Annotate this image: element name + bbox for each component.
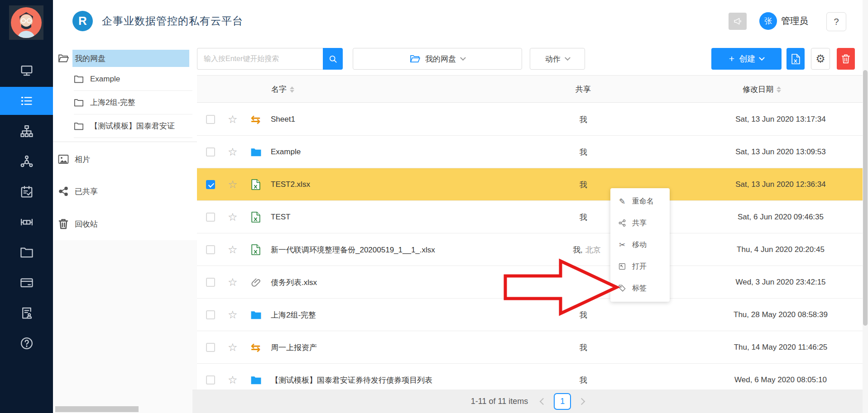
table-row-selected[interactable]: TEST2.xlsx 我 Sat, 13 Jun 2020 12:36:34 — [197, 168, 863, 201]
nav-item-my-drive[interactable]: 我的网盘 — [58, 50, 106, 67]
star-icon[interactable] — [228, 136, 238, 168]
column-header-modified[interactable]: 修改日期 — [743, 76, 781, 103]
previous-page-button[interactable] — [540, 398, 547, 405]
file-name[interactable]: Sheet1 — [271, 103, 295, 136]
table-row[interactable]: 周一上报资产 我 Thu, 14 May 2020 11:46:25 — [197, 331, 863, 364]
excel-file-icon — [249, 233, 262, 266]
sidebar-item-film[interactable] — [0, 208, 53, 236]
file-name[interactable]: 上海2组-完整 — [271, 299, 316, 331]
modified-date: Thu, 14 May 2020 11:46:25 — [726, 331, 835, 364]
nav-item-folder[interactable]: 上海2组-完整 — [74, 91, 192, 114]
sort-icon[interactable] — [777, 86, 781, 93]
column-header-name[interactable]: 名字 — [271, 76, 294, 103]
location-select[interactable]: 我的网盘 — [353, 48, 522, 70]
sidebar-item-stamp[interactable] — [0, 299, 53, 327]
nav-trash-label: 回收站 — [75, 219, 98, 229]
delete-button[interactable] — [837, 48, 855, 70]
actions-select[interactable]: 动作 — [530, 48, 585, 70]
star-icon[interactable] — [228, 331, 238, 364]
row-checkbox[interactable] — [206, 245, 215, 254]
table-row[interactable]: Sheet1 我 Sat, 13 Jun 2020 13:17:34 — [197, 103, 863, 136]
current-page-button[interactable]: 1 — [554, 393, 571, 410]
user-badge[interactable]: 张 — [759, 12, 777, 30]
star-icon[interactable] — [228, 103, 238, 136]
vertical-scrollbar[interactable] — [863, 70, 868, 326]
row-checkbox[interactable] — [206, 278, 215, 287]
nav-item-folder[interactable]: Example — [74, 68, 192, 91]
star-icon[interactable] — [228, 299, 238, 331]
menu-item-move[interactable]: ✂ 移动 — [610, 234, 670, 256]
help-icon — [20, 337, 34, 350]
row-checkbox[interactable] — [206, 310, 215, 319]
photos-icon — [58, 154, 69, 165]
star-icon[interactable] — [228, 168, 238, 201]
horizontal-scrollbar[interactable] — [55, 406, 139, 412]
column-header-shared[interactable]: 共享 — [547, 76, 619, 103]
sidebar-item-list[interactable] — [0, 87, 53, 115]
sidebar-item-card[interactable] — [0, 269, 53, 297]
nav-item-photos[interactable]: 相片 — [58, 150, 90, 168]
app-logo: R — [72, 11, 93, 31]
announcements-button[interactable] — [729, 13, 747, 30]
star-icon[interactable] — [228, 201, 238, 233]
row-checkbox-checked[interactable] — [206, 180, 215, 189]
sidebar-item-hub[interactable] — [0, 147, 53, 176]
file-name[interactable]: 债务列表.xlsx — [271, 266, 317, 299]
menu-item-share[interactable]: 共享 — [610, 212, 670, 234]
search-bar — [197, 48, 343, 70]
search-input[interactable] — [197, 48, 323, 70]
megaphone-icon — [733, 16, 743, 26]
paperclip-icon — [249, 266, 262, 299]
file-name[interactable]: Example — [271, 136, 301, 168]
file-name[interactable]: TEST — [271, 201, 290, 233]
file-name[interactable]: 周一上报资产 — [271, 331, 317, 364]
user-avatar[interactable] — [9, 5, 43, 40]
star-icon[interactable] — [228, 233, 238, 266]
table-row[interactable]: 债务列表.xlsx 我,北京 Wed, 3 Jun 2020 23:42:15 — [197, 266, 863, 299]
next-page-button[interactable] — [578, 398, 585, 405]
table-row[interactable]: TEST 我 Sat, 6 Jun 2020 09:46:35 — [197, 201, 863, 233]
star-icon[interactable] — [228, 266, 238, 299]
table-row[interactable]: 新一代联调环境整理备份_20200519_1__1_.xlsx 我,北京 Thu… — [197, 233, 863, 266]
excel-file-icon — [249, 168, 262, 201]
sidebar-item-folder[interactable] — [0, 238, 53, 266]
table-footer: 1-11 of 11 items 1 — [192, 389, 863, 413]
hub-icon — [20, 155, 34, 168]
sidebar-item-sitemap[interactable] — [0, 117, 53, 145]
menu-item-open[interactable]: 打开 — [610, 256, 670, 277]
nav-folder-label: 【测试模板】国泰君安证 — [90, 121, 175, 131]
new-spreadsheet-button[interactable] — [786, 48, 805, 70]
location-label: 我的网盘 — [425, 54, 456, 64]
file-name[interactable]: 新一代联调环境整理备份_20200519_1__1_.xlsx — [271, 233, 435, 266]
table-row[interactable]: 上海2组-完整 我 Thu, 28 May 2020 08:58:39 — [197, 299, 863, 331]
search-button[interactable] — [323, 48, 343, 70]
sidebar-item-calendar[interactable] — [0, 178, 53, 206]
vertical-scrollbar-track[interactable] — [863, 0, 868, 413]
settings-button[interactable] — [811, 48, 830, 70]
nav-item-shared[interactable]: 已共享 — [58, 182, 98, 200]
help-button[interactable]: ? — [826, 12, 846, 31]
menu-item-tag[interactable]: 标签 — [610, 277, 670, 299]
shared-with: 我 — [547, 136, 619, 168]
create-button[interactable]: + 创建 — [711, 48, 782, 70]
chevron-down-icon — [460, 55, 466, 61]
sidebar-item-monitor[interactable] — [0, 57, 53, 85]
nav-item-folder[interactable]: 【测试模板】国泰君安证 — [74, 114, 192, 138]
file-name[interactable]: TEST2.xlsx — [271, 168, 310, 201]
main-content: 我的网盘 动作 + 创建 名字 共享 修改日期 — [197, 42, 863, 413]
row-checkbox[interactable] — [206, 213, 215, 222]
row-checkbox[interactable] — [206, 343, 215, 352]
row-checkbox[interactable] — [206, 115, 215, 124]
modified-date: Sat, 6 Jun 2020 09:46:35 — [726, 201, 835, 233]
row-checkbox[interactable] — [206, 375, 215, 385]
page-title: 企事业数据管控的私有云平台 — [102, 0, 243, 42]
row-checkbox[interactable] — [206, 147, 215, 157]
sort-icon[interactable] — [290, 86, 294, 93]
nav-item-trash[interactable]: 回收站 — [58, 215, 98, 233]
menu-item-rename[interactable]: ✎ 重命名 — [610, 190, 670, 212]
sidebar-item-help[interactable] — [0, 329, 53, 357]
trash-icon — [58, 218, 69, 229]
folder-icon — [74, 121, 84, 131]
plus-icon: + — [729, 53, 734, 64]
table-row[interactable]: Example 我 Sat, 13 Jun 2020 13:09:53 — [197, 136, 863, 168]
